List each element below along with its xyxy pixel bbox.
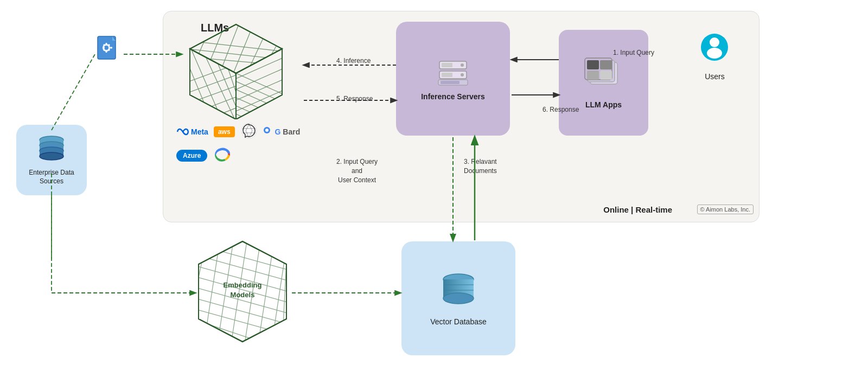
bard-logo: G Bard [263,126,301,137]
svg-line-18 [190,46,225,119]
user-icon [700,33,730,68]
svg-point-74 [710,37,719,47]
svg-point-4 [104,46,108,50]
vector-db-icon [438,271,479,312]
svg-rect-61 [442,73,452,77]
svg-line-50 [187,57,282,65]
svg-rect-69 [587,60,599,69]
svg-rect-6 [106,50,107,53]
diagram-container: Online | Real-time © Aimon Labs, Inc. LL… [0,0,868,390]
svg-line-89 [195,298,290,325]
aws-badge: aws [214,126,235,137]
database-stack-icon [34,135,69,164]
svg-line-30 [236,81,285,103]
svg-line-100 [271,247,286,344]
svg-line-24 [182,73,241,95]
llm-apps-label: LLM Apps [585,100,622,109]
vector-db-box: Vector Database [401,241,515,355]
inference-label: Inference Servers [421,92,485,101]
svg-line-117 [52,54,95,130]
svg-rect-70 [600,60,612,69]
meta-logo: Meta [176,127,208,136]
arrow5-label: 5. Response [336,95,373,103]
svg-line-90 [195,309,290,336]
arrow2-label: 2. Input QueryandUser Context [336,157,378,184]
svg-line-32 [236,98,285,119]
vector-db-label: Vector Database [430,317,487,326]
embedding-hexagon: Embedding Models [195,239,290,344]
copyright-label: © Aimon Labs, Inc. [697,204,754,214]
google-cloud-logo [213,147,231,164]
llm-apps-box: LLM Apps [559,30,648,136]
svg-point-82 [40,152,63,160]
providers-area: Meta aws G Bard Azure [176,122,307,164]
arrow1-label: 1. Input Query [613,49,654,56]
users-area: Users [700,33,730,81]
svg-text:Models: Models [231,291,255,299]
svg-rect-5 [106,43,107,45]
svg-rect-65 [441,81,459,84]
svg-line-26 [184,95,241,117]
svg-line-29 [236,73,285,95]
arrow3-label: 3. RelavantDocuments [464,157,497,176]
svg-rect-71 [587,71,599,80]
svg-line-94 [195,241,206,293]
svg-point-56 [265,129,269,132]
openai-logo [240,122,258,142]
svg-point-75 [707,48,722,59]
users-label: Users [705,72,725,81]
svg-point-54 [241,123,257,138]
svg-rect-60 [442,63,452,67]
server-icon [434,57,472,87]
svg-line-49 [187,49,285,60]
svg-line-36 [236,68,285,89]
online-label: Online | Real-time [603,205,672,214]
enterprise-label: Enterprise DataSources [29,169,74,186]
config-icon [95,35,122,68]
enterprise-data-box: Enterprise DataSources [16,125,87,195]
arrow6-label: 6. Response [542,106,579,113]
inference-servers-box: Inference Servers [396,22,510,136]
svg-rect-72 [600,71,612,80]
svg-point-62 [461,63,464,67]
llm-apps-icon [582,57,626,95]
embedding-hex: Embedding Models [195,239,290,344]
svg-point-63 [461,73,464,76]
svg-point-108 [443,293,474,304]
llms-cube [182,19,290,119]
azure-badge: Azure [176,150,207,162]
svg-rect-8 [110,47,112,49]
arrow4-label: 4. Inference [336,57,371,65]
svg-text:Embedding: Embedding [224,281,262,289]
svg-rect-7 [103,47,105,49]
